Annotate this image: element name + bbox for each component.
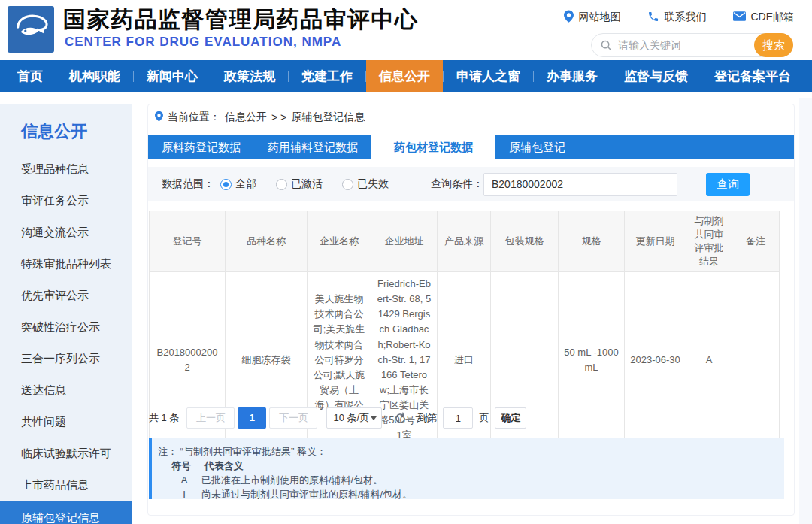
page-1-button[interactable]: 1 (238, 407, 266, 429)
sidebar-item-common-issues[interactable]: 共性问题 (0, 406, 132, 438)
mailbox-link[interactable]: CDE邮箱 (733, 11, 794, 24)
contact-link[interactable]: 联系我们 (647, 11, 706, 25)
nav-item-info-disclosure[interactable]: 信息公开 (366, 60, 443, 92)
page-size-value: 10 条/页 (333, 411, 369, 425)
tab-excipient-registration[interactable]: 药用辅料登记数据 (254, 135, 371, 159)
search-icon (601, 40, 612, 51)
phone-icon (647, 11, 659, 25)
primary-nav: 首页 机构职能 新闻中心 政策法规 党建工作 信息公开 申请人之窗 办事服务 监… (0, 60, 812, 92)
sidebar-item-special-approval[interactable]: 特殊审批品种列表 (0, 248, 132, 280)
page-background-strip (799, 98, 812, 524)
nav-item-functions[interactable]: 机构职能 (56, 60, 133, 92)
prev-page-button[interactable]: 上一页 (186, 407, 235, 429)
search-input[interactable] (612, 39, 754, 51)
col-origin: 产品来源 (438, 211, 491, 272)
query-input[interactable] (483, 173, 677, 196)
sidebar-item-delivery-info[interactable]: 送达信息 (0, 374, 132, 406)
tab-api-registration[interactable]: 原料药登记数据 (148, 135, 254, 159)
tab-api-excipient-packaging[interactable]: 原辅包登记 (495, 135, 579, 159)
page-size-select[interactable]: 10 条/页 (326, 407, 382, 429)
nav-label: 申请人之窗 (456, 68, 520, 85)
radio-option-all[interactable]: 全部 (220, 177, 256, 191)
nav-label: 机构职能 (69, 68, 120, 85)
site-subtitle: CENTER FOR DRUG EVALUATION, NMPA (65, 35, 341, 50)
sidebar-item-breakthrough-therapy[interactable]: 突破性治疗公示 (0, 311, 132, 343)
refresh-icon[interactable] (394, 412, 407, 425)
col-review-result: 与制剂共同审评审批结果 (686, 211, 732, 272)
col-company-address: 企业地址 (371, 211, 438, 272)
nav-item-home[interactable]: 首页 (5, 60, 56, 92)
note-symbol: I (177, 487, 191, 501)
cell-update-date: 2023-06-30 (625, 272, 686, 449)
mailbox-label: CDE邮箱 (750, 11, 794, 24)
sidebar-item-accepted-varieties[interactable]: 受理品种信息 (0, 153, 132, 185)
note-item-a: A 已批准在上市制剂使用的原料/辅料/包材。 (158, 473, 784, 487)
mail-icon (733, 11, 746, 23)
radio-option-expired[interactable]: 已失效 (342, 177, 389, 191)
pagination-bar: 共 1 条 上一页 1 下一页 10 条/页 到第 页 确定 (149, 407, 526, 429)
nav-label: 信息公开 (379, 68, 430, 85)
fish-swirl-icon (10, 7, 52, 52)
search-button[interactable]: 搜索 (754, 33, 793, 57)
sidebar-item-clinical-trial-license[interactable]: 临床试验默示许可 (0, 438, 132, 469)
nav-item-policy[interactable]: 政策法规 (211, 60, 288, 92)
nav-item-applicant-window[interactable]: 申请人之窗 (444, 60, 533, 92)
nav-label: 新闻中心 (147, 68, 198, 85)
query-label: 查询条件： (431, 177, 483, 191)
header-quick-links: 网站地图 联系我们 CDE邮箱 (564, 10, 794, 25)
radio-label: 已失效 (357, 177, 389, 191)
radio-label: 全部 (235, 177, 256, 191)
sidebar-item-review-tasks[interactable]: 审评任务公示 (0, 185, 132, 217)
breadcrumb-prefix: 当前位置： (168, 111, 220, 124)
nav-label: 政策法规 (224, 68, 275, 85)
goto-label: 到第 (417, 411, 437, 425)
sidebar-item-marketed-drugs[interactable]: 上市药品信息 (0, 469, 132, 501)
nav-label: 首页 (17, 68, 43, 85)
location-pin-icon (564, 10, 574, 25)
next-page-button[interactable]: 下一页 (269, 407, 317, 429)
nav-label: 办事服务 (547, 68, 598, 85)
goto-page-input[interactable] (443, 407, 473, 429)
radio-label: 已激活 (291, 177, 323, 191)
site-title: 国家药品监督管理局药品审评中心 (63, 5, 419, 35)
site-header: 国家药品监督管理局药品审评中心 CENTER FOR DRUG EVALUATI… (0, 0, 812, 60)
nav-item-party[interactable]: 党建工作 (289, 60, 365, 92)
nav-label: 党建工作 (301, 68, 353, 85)
sidebar-item-api-excipient-packaging[interactable]: 原辅包登记信息 (0, 501, 132, 524)
header-search: 搜索 (591, 33, 793, 57)
note-symbol: A (177, 473, 191, 487)
page-unit-label: 页 (479, 411, 489, 425)
sitemap-label: 网站地图 (578, 11, 620, 24)
breadcrumb-separator: > > (271, 111, 286, 123)
col-company-name: 企业名称 (308, 211, 371, 272)
note-title: 注： “与制剂共同审评审批结果” 释义： (158, 444, 784, 459)
cell-review-result: A (686, 272, 732, 449)
nav-item-supervision[interactable]: 监督与反馈 (611, 60, 701, 92)
nav-item-registration-platform[interactable]: 登记备案平台 (701, 60, 804, 92)
radio-unselected-icon (342, 179, 353, 190)
nav-label: 登记备案平台 (714, 68, 791, 85)
col-remark: 备注 (732, 211, 780, 272)
col-spec: 规格 (559, 211, 625, 272)
cell-spec: 50 mL -1000 mL (559, 272, 625, 449)
nav-label: 监督与反馈 (624, 68, 688, 85)
nav-item-services[interactable]: 办事服务 (534, 60, 611, 92)
nav-item-news[interactable]: 新闻中心 (134, 60, 211, 92)
radio-option-activated[interactable]: 已激活 (276, 177, 323, 191)
legend-note-box: 注： “与制剂共同审评审批结果” 释义： 符号 代表含义 A 已批准在上市制剂使… (149, 438, 784, 499)
breadcrumb-section-link[interactable]: 信息公开 (225, 111, 267, 124)
sidebar-title: 信息公开 (0, 104, 132, 153)
sitemap-link[interactable]: 网站地图 (564, 10, 620, 25)
sidebar: 信息公开 受理品种信息 审评任务公示 沟通交流公示 特殊审批品种列表 优先审评公… (0, 104, 132, 524)
note-meaning: 尚未通过与制剂共同审评审批的原料/辅料/包材。 (201, 487, 412, 501)
sidebar-item-priority-review[interactable]: 优先审评公示 (0, 280, 132, 311)
query-button[interactable]: 查询 (706, 173, 750, 196)
note-symbol-col: 符号 (171, 460, 191, 471)
confirm-button[interactable]: 确定 (495, 407, 526, 429)
breadcrumb-current[interactable]: 原辅包登记信息 (291, 111, 365, 124)
col-product-name: 品种名称 (226, 211, 308, 272)
sidebar-item-three-in-one[interactable]: 三合一序列公示 (0, 343, 132, 374)
sidebar-item-communication[interactable]: 沟通交流公示 (0, 217, 132, 248)
tab-packaging-registration[interactable]: 药包材登记数据 (371, 135, 495, 159)
chevron-down-icon (371, 416, 377, 420)
